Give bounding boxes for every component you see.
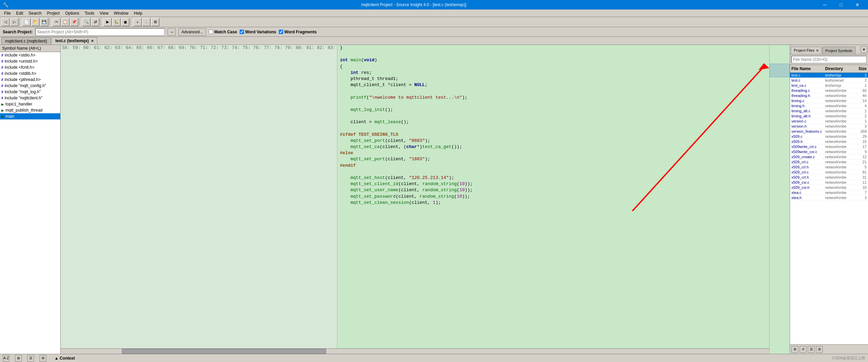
file-row-20[interactable]: x509_crt.hnetwork\mbe31	[790, 175, 868, 180]
save-button[interactable]: 💾	[40, 18, 48, 26]
back-button[interactable]: ◁	[1, 18, 10, 26]
minimize-button[interactable]: ─	[817, 0, 833, 10]
file-size-cell-21: 11	[854, 180, 868, 185]
file-row-2[interactable]: test_ca.ctest\emqx1	[790, 83, 868, 88]
cut-button[interactable]: ✂	[52, 18, 61, 26]
refresh-button-right[interactable]: ↺	[800, 346, 806, 353]
file-name-search-input[interactable]	[791, 56, 867, 63]
tab-close-1[interactable]: ✕	[91, 39, 94, 43]
close-button[interactable]: ✕	[850, 0, 865, 10]
file-row-11[interactable]: version_features.cnetwork\mbe268	[790, 129, 868, 134]
word-variations-option[interactable]: Word Variations	[240, 30, 276, 34]
symbol-item-10[interactable]: ▶main	[0, 113, 60, 119]
horizontal-scrollbar[interactable]	[61, 348, 769, 354]
word-fragments-checkbox[interactable]	[279, 30, 283, 34]
symbol-item-9[interactable]: ▶mqtt_publish_thread	[0, 107, 60, 113]
file-row-0[interactable]: test.ctest\emqx2	[790, 73, 868, 78]
code-content[interactable]: 58: 59: 60: 61: 62: 63: 64: 65: 66: 67: …	[61, 45, 769, 348]
search-go-button[interactable]: →	[167, 28, 176, 36]
minimap-thumb[interactable]	[770, 64, 790, 77]
editor-tab-0[interactable]: mqttclient.c (mqttclient)	[1, 37, 51, 45]
file-name-cell-19: x509_crt.c	[790, 170, 824, 175]
right-panel-tab-dropdown[interactable]: ▼	[861, 46, 867, 53]
editor-tab-1[interactable]: test.c (test\emqx)✕	[51, 37, 97, 45]
word-variations-checkbox[interactable]	[240, 30, 244, 34]
new-button[interactable]: 📄	[22, 18, 31, 26]
copy-button[interactable]: 📋	[61, 18, 69, 26]
code-text[interactable]: } int main(void) { int res; pthread_t th…	[337, 45, 769, 348]
menu-item-edit[interactable]: Edit	[13, 10, 26, 17]
build-button[interactable]: ▶	[103, 18, 112, 26]
file-name-cell-7: timing_alt.c	[790, 109, 824, 113]
file-row-6[interactable]: timing.hnetwork\mbe4	[790, 103, 868, 109]
symbol-item-8[interactable]: ▶topic1_handler	[0, 101, 60, 107]
menu-item-tools[interactable]: Tools	[82, 10, 97, 17]
file-row-19[interactable]: x509_crt.cnetwork\mbe81	[790, 170, 868, 175]
symbol-item-4[interactable]: #include <pthread.h>	[0, 77, 60, 83]
symbol-item-6[interactable]: #include "mqtt_log.h"	[0, 89, 60, 95]
menu-item-project[interactable]: Project	[44, 10, 62, 17]
symbol-item-5[interactable]: #include "mqtt_config.h"	[0, 83, 60, 89]
zoom-out-button[interactable]: -	[142, 18, 150, 26]
settings-button-right[interactable]: ⚙	[791, 346, 798, 353]
file-row-22[interactable]: x509_csr.hnetwork\mbe10	[790, 185, 868, 190]
file-row-18[interactable]: x509_crl.hnetwork\mbe5	[790, 165, 868, 170]
menu-item-view[interactable]: View	[97, 10, 111, 17]
file-row-16[interactable]: x509_create.cnetwork\mbe12	[790, 154, 868, 160]
symbol-item-2[interactable]: #include <fcntl.h>	[0, 64, 60, 70]
menu-item-file[interactable]: File	[1, 10, 13, 17]
file-row-24[interactable]: xtea.hnetwork\mbe3	[790, 195, 868, 200]
file-size-cell-18: 5	[854, 165, 868, 169]
match-case-option[interactable]: Match Case	[209, 30, 237, 34]
symbol-item-0[interactable]: #include <stdio.h>	[0, 52, 60, 58]
file-row-7[interactable]: timing_alt.cnetwork\mbe1	[790, 109, 868, 114]
menu-item-search[interactable]: Search	[26, 10, 44, 17]
debug-button[interactable]: 🐛	[112, 18, 120, 26]
forward-button[interactable]: ▷	[10, 18, 18, 26]
file-row-12[interactable]: x509.cnetwork\mbe29	[790, 134, 868, 139]
zoom-in-button[interactable]: +	[133, 18, 142, 26]
symbol-item-1[interactable]: #include <unistd.h>	[0, 58, 60, 64]
file-row-1[interactable]: test.ctest\onenet2	[790, 78, 868, 83]
file-row-23[interactable]: xtea.cnetwork\mbe7	[790, 190, 868, 195]
advanced-button[interactable]: Advanced...	[178, 28, 206, 36]
right-panel-tab-close-0[interactable]: ✕	[816, 49, 819, 52]
menu-item-window[interactable]: Window	[111, 10, 131, 17]
file-row-15[interactable]: x509write_csr.cnetwork\mbe9	[790, 149, 868, 154]
file-row-5[interactable]: timing.cnetwork\mbe14	[790, 98, 868, 103]
file-row-17[interactable]: x509_crl.cnetwork\mbe21	[790, 160, 868, 165]
file-row-21[interactable]: x509_csr.cnetwork\mbe11	[790, 180, 868, 185]
right-panel-tab-1[interactable]: Project Symbols	[822, 47, 855, 54]
symbol-item-7[interactable]: #include "mqttclient.h"	[0, 95, 60, 101]
word-fragments-option[interactable]: Word Fragments	[279, 30, 317, 34]
match-case-checkbox[interactable]	[209, 30, 213, 34]
file-row-9[interactable]: version.cnetwork\mbe1	[790, 119, 868, 124]
replace-button[interactable]: ⇄	[91, 18, 99, 26]
file-row-8[interactable]: timing_alt.hnetwork\mbe2	[790, 114, 868, 119]
symbol-item-3[interactable]: #include <stdlib.h>	[0, 70, 60, 77]
file-row-14[interactable]: x509write_crt.cnetwork\mbe17	[790, 144, 868, 149]
menu-item-options[interactable]: Options	[62, 10, 82, 17]
fit-button[interactable]: ⊞	[151, 18, 159, 26]
open-button[interactable]: 📂	[31, 18, 39, 26]
editor-area[interactable]: 58: 59: 60: 61: 62: 63: 64: 65: 66: 67: …	[61, 45, 769, 354]
file-row-4[interactable]: threading.hnetwork\mbe44	[790, 93, 868, 98]
properties-button[interactable]: ⚙	[816, 346, 823, 353]
file-size-cell-0: 2	[854, 73, 868, 78]
maximize-button[interactable]: □	[833, 0, 849, 10]
search-button[interactable]: 🔍	[82, 18, 91, 26]
az-button[interactable]: A-Z	[3, 355, 10, 362]
stop-button[interactable]: ⏹	[121, 18, 129, 26]
list-button[interactable]: ☰	[27, 355, 34, 362]
file-row-3[interactable]: threading.cnetwork\mbe60	[790, 88, 868, 93]
menu-item-help[interactable]: Help	[131, 10, 145, 17]
search-input[interactable]	[35, 28, 165, 36]
main-area: Symbol Name (Alt+L) #include <stdio.h>#i…	[0, 45, 868, 354]
settings-button-bottom[interactable]: ⚙	[39, 355, 46, 362]
paste-button[interactable]: 📌	[70, 18, 78, 26]
list-view-button[interactable]: ☰	[808, 346, 815, 353]
file-row-10[interactable]: version.hnetwork\mbe3	[790, 124, 868, 129]
right-panel-tab-0[interactable]: Project Files✕	[791, 47, 822, 54]
grid-button[interactable]: ⊞	[15, 355, 22, 362]
file-row-13[interactable]: x509.hnetwork\mbe15	[790, 139, 868, 144]
